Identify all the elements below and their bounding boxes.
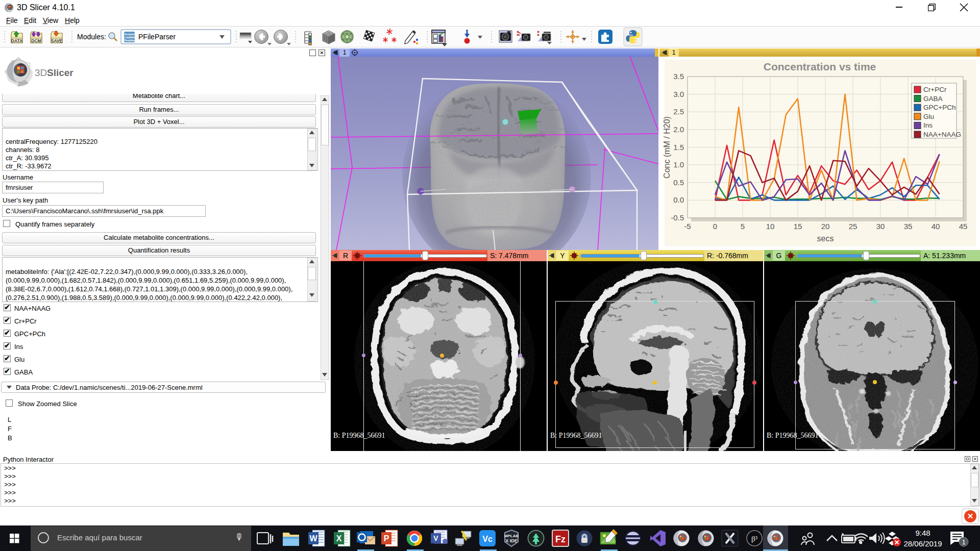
svg-text:Conc (mM / H20): Conc (mM / H20) [663,116,671,179]
svg-text:GABA: GABA [923,95,943,103]
svg-text:Vc: Vc [482,535,493,543]
svg-text:Ins: Ins [923,121,933,129]
svg-text:0.0: 0.0 [673,195,684,204]
svg-text:GPC+PCh: GPC+PCh [923,104,955,111]
svg-text:2.0: 2.0 [673,125,684,134]
svg-text:X: X [336,534,342,543]
svg-text:3.5: 3.5 [673,72,684,81]
svg-text:0: 0 [713,222,717,231]
svg-text:28/06/2019: 28/06/2019 [903,539,942,548]
svg-text:20: 20 [821,222,830,231]
svg-text:35: 35 [904,222,913,231]
svg-text:Glu: Glu [923,113,934,120]
svg-text:MPLAB: MPLAB [504,534,519,538]
svg-text:DCM: DCM [31,38,41,43]
svg-text:25: 25 [849,222,857,231]
svg-text:1: 1 [962,538,965,546]
svg-text:40: 40 [932,222,940,231]
svg-text:X IDE: X IDE [505,538,518,543]
svg-text:5: 5 [741,222,745,231]
svg-text:-0.5: -0.5 [671,213,684,222]
svg-text:30: 30 [876,222,885,231]
svg-text:3.0: 3.0 [673,90,684,98]
svg-text:-5: -5 [684,222,691,231]
svg-text:1.0: 1.0 [673,160,684,169]
svg-text:3D: 3D [35,67,47,78]
svg-text:9:48: 9:48 [915,529,930,537]
svg-text:β³: β³ [751,535,758,543]
svg-text:secs: secs [817,234,834,243]
svg-text:DATA: DATA [11,38,22,43]
svg-text:W: W [309,534,317,543]
svg-text:15: 15 [794,222,802,231]
svg-text:Concentration vs time: Concentration vs time [764,61,876,72]
svg-text:1.5: 1.5 [673,143,684,152]
svg-text:Cr+PCr: Cr+PCr [923,86,947,93]
svg-text:Template: Template [124,39,135,42]
svg-text:Modules:: Modules: [77,33,106,41]
svg-text:NAA+NAAG: NAA+NAAG [923,131,961,138]
svg-text:Slicer: Slicer [47,67,74,78]
svg-text:PFileParser: PFileParser [138,33,176,41]
svg-text:10: 10 [766,222,775,231]
svg-text:V: V [433,534,438,542]
svg-text:Fz: Fz [555,534,566,544]
svg-text:45: 45 [959,222,968,231]
svg-text:0.5: 0.5 [673,178,684,187]
svg-text:SAVE: SAVE [51,38,63,43]
svg-text:2.5: 2.5 [673,107,684,116]
svg-text:P: P [384,534,389,543]
